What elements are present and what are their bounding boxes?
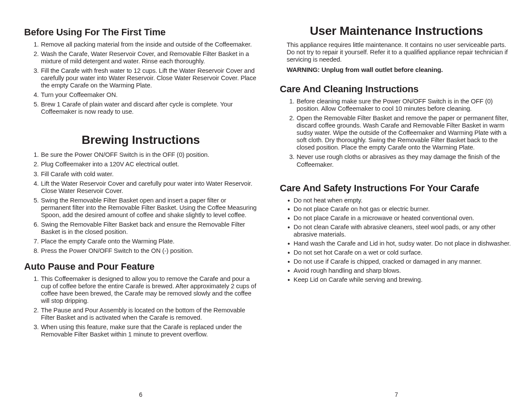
list-item: When using this feature, make sure that … [40, 324, 258, 338]
list-item: Fill Carafe with cold water. [40, 171, 258, 178]
list-item: Swing the Removable Filter Basket open a… [40, 197, 258, 219]
list-item: Do not place Carafe in a microwave or he… [289, 215, 513, 222]
heading-auto-pause: Auto Pause and Pour Feature [24, 261, 258, 272]
page-left: Before Using For The First Time Remove a… [24, 24, 269, 398]
heading-before-using: Before Using For The First Time [24, 27, 258, 38]
list-item: This Coffeemaker is designed to allow yo… [40, 275, 258, 305]
list-item: Lift the Water Reservoir Cover and caref… [40, 180, 258, 195]
page-right: User Maintenance Instructions This appli… [269, 24, 513, 398]
list-item: Turn your Coffeemaker ON. [40, 91, 258, 99]
list-item: Never use rough cloths or abrasives as t… [296, 153, 513, 168]
list-item: The Pause and Pour Assembly is located o… [40, 307, 258, 321]
list-item: Wash the Carafe, Water Reservoir Cover, … [40, 50, 258, 65]
page-number-right: 7 [280, 385, 513, 398]
list-auto-pause: This Coffeemaker is designed to allow yo… [24, 275, 258, 340]
warning-text: WARNING: Unplug from wall outlet before … [280, 66, 513, 73]
list-item: Do not use if Carafe is chipped, cracked… [289, 258, 513, 265]
heading-user-maintenance: User Maintenance Instructions [280, 24, 513, 38]
list-item: Do not clean Carafe with abrasive cleane… [289, 224, 513, 238]
list-before-using: Remove all packing material from the ins… [24, 41, 258, 118]
list-brewing: Be sure the Power ON/OFF Switch is in th… [24, 151, 258, 257]
list-item: Be sure the Power ON/OFF Switch is in th… [40, 151, 258, 159]
list-item: Do not heat when empty. [289, 197, 513, 204]
list-item: Remove all packing material from the ins… [40, 41, 258, 48]
list-item: Avoid rough handling and sharp blows. [289, 267, 513, 274]
list-item: Plug Coffeemaker into a 120V AC electric… [40, 161, 258, 168]
heading-care-safety-carafe: Care And Safety Instructions For Your Ca… [280, 183, 513, 194]
list-care-cleaning: Before cleaning make sure the Power ON/O… [280, 98, 513, 170]
list-item: Keep Lid on Carafe while serving and bre… [289, 276, 513, 283]
list-item: Before cleaning make sure the Power ON/O… [296, 98, 513, 112]
list-item: Swing the Removable Filter Basket back a… [40, 221, 258, 236]
list-item: Brew 1 Carafe of plain water and discard… [40, 101, 258, 115]
list-item: Hand wash the Carafe and Lid in hot, sud… [289, 240, 513, 247]
list-item: Press the Power ON/OFF Switch to the ON … [40, 247, 258, 255]
list-item: Place the empty Carafe onto the Warming … [40, 238, 258, 245]
list-item: Do not place Carafe on hot gas or electr… [289, 206, 513, 213]
list-care-safety: Do not heat when empty. Do not place Car… [280, 197, 513, 285]
page-number-left: 6 [24, 385, 258, 398]
list-item: Do not set hot Carafe on a wet or cold s… [289, 249, 513, 256]
heading-care-cleaning: Care And Cleaning Instructions [280, 84, 513, 95]
list-item: Fill the Carafe with fresh water to 12 c… [40, 67, 258, 89]
heading-brewing-instructions: Brewing Instructions [24, 133, 258, 147]
intro-paragraph: This appliance requires little maintenan… [280, 41, 513, 63]
list-item: Open the Removable Filter Basket and rem… [296, 115, 513, 151]
